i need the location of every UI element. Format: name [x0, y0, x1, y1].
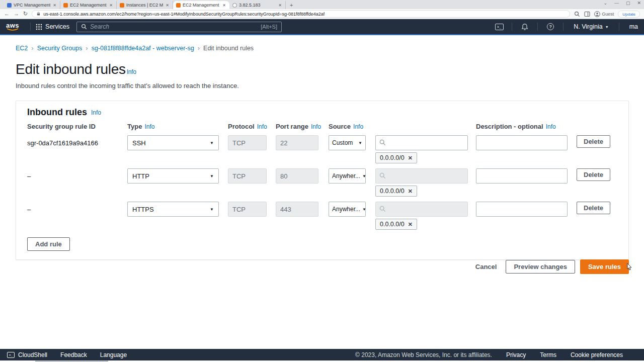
description-input[interactable] [476, 202, 568, 217]
aws-smile-icon [7, 28, 19, 31]
window-minimize-icon[interactable]: — [614, 1, 619, 6]
account-menu[interactable]: ma [624, 23, 638, 30]
card-info-link[interactable]: Info [91, 109, 101, 116]
browser-profile-button[interactable]: Guest [594, 11, 614, 17]
port-range-field [276, 135, 318, 150]
delete-rule-button[interactable]: Delete [577, 168, 610, 181]
tab-close-icon[interactable]: ✕ [278, 3, 282, 8]
preview-changes-button[interactable]: Preview changes [506, 260, 575, 274]
col-type: Type [127, 123, 142, 130]
services-menu-button[interactable]: Services [36, 23, 69, 30]
col-description-info-link[interactable]: Info [546, 123, 556, 130]
ec2-favicon-icon [120, 3, 124, 8]
search-icon [81, 24, 87, 30]
source-cidr-chip: 0.0.0.0/0 ✕ [375, 186, 417, 197]
type-select[interactable]: HTTPS▼ [127, 202, 219, 217]
avatar-icon [594, 11, 600, 17]
page-subtitle: Inbound rules control the incoming traff… [16, 82, 644, 89]
cloudshell-terminal-icon: >_ [7, 352, 15, 358]
type-select[interactable]: SSH▼ [127, 135, 219, 150]
col-source-info-link[interactable]: Info [353, 123, 363, 130]
remove-cidr-icon[interactable]: ✕ [408, 221, 413, 228]
tab-close-icon[interactable]: ✕ [52, 3, 57, 8]
footer-feedback-link[interactable]: Feedback [60, 351, 87, 358]
source-type-select[interactable]: Anywher...▼ [329, 202, 366, 217]
col-port-info-link[interactable]: Info [311, 123, 321, 130]
breadcrumb-security-groups[interactable]: Security Groups [37, 45, 83, 52]
col-protocol: Protocol [228, 123, 255, 130]
bell-icon [521, 23, 528, 31]
back-icon[interactable]: ← [4, 11, 10, 17]
description-input[interactable] [476, 168, 568, 184]
refresh-icon[interactable]: ↻ [23, 11, 28, 17]
col-type-info-link[interactable]: Info [144, 123, 154, 130]
col-source: Source [329, 123, 351, 130]
source-type-select[interactable]: Anywher...▼ [329, 168, 366, 184]
tab-ec2-console-active[interactable]: EC2 Management Console ✕ [173, 1, 229, 9]
col-protocol-info-link[interactable]: Info [257, 123, 267, 130]
breadcrumb-security-group-id[interactable]: sg-081f8f88ffde4a2af - webserver-sg [92, 45, 194, 52]
region-selector[interactable]: N. Virginia ▼ [569, 23, 613, 30]
tab-ec2-console-1[interactable]: EC2 Management Console ✕ [60, 1, 117, 9]
divider [537, 23, 538, 31]
question-icon: ? [547, 23, 554, 30]
breadcrumb-ec2[interactable]: EC2 [16, 45, 28, 52]
delete-rule-button[interactable]: Delete [577, 202, 610, 214]
new-tab-button[interactable]: + [286, 1, 297, 9]
forward-icon[interactable]: → [14, 11, 19, 17]
cloudshell-button[interactable]: >_ [492, 24, 507, 30]
title-info-link[interactable]: Info [127, 68, 136, 75]
remove-cidr-icon[interactable]: ✕ [408, 188, 413, 195]
search-icon [379, 206, 386, 212]
page-title-row: Edit inbound rules Info [16, 61, 644, 77]
tab-ip-address[interactable]: 3.82.5.183 ✕ [229, 1, 286, 9]
notifications-button[interactable] [517, 23, 532, 31]
footer-privacy-link[interactable]: Privacy [506, 351, 526, 358]
side-panel-icon[interactable] [584, 11, 590, 17]
col-description: Description - optional [476, 123, 543, 130]
footer-cloudshell-button[interactable]: >_ CloudShell [7, 351, 47, 358]
add-rule-button[interactable]: Add rule [27, 237, 70, 251]
type-select[interactable]: HTTP▼ [127, 168, 219, 184]
chevron-down-icon: ▼ [362, 174, 366, 178]
tab-instances[interactable]: Instances | EC2 Management C ✕ [117, 1, 173, 9]
chevron-down-icon: ▼ [358, 141, 362, 145]
inbound-rules-card: Inbound rules Info Security group rule I… [16, 101, 629, 260]
rule-id: sgr-0da7cf1619a9a4166 [27, 135, 127, 147]
port-range-field [276, 202, 318, 217]
tab-search-chevron-icon[interactable]: ⌄ [603, 1, 607, 6]
search-icon[interactable] [574, 11, 580, 17]
source-search-input [375, 202, 468, 217]
browser-update-button[interactable]: Update [618, 11, 640, 18]
source-type-select[interactable]: Custom▼ [329, 135, 366, 150]
col-port-range: Port range [276, 123, 308, 130]
footer-cookie-preferences-link[interactable]: Cookie preferences [571, 351, 623, 358]
tab-close-icon[interactable]: ✕ [165, 3, 170, 8]
description-input[interactable] [476, 135, 568, 150]
search-shortcut: [Alt+S] [261, 24, 277, 30]
save-rules-button[interactable]: Save rules [580, 259, 629, 274]
window-close-icon[interactable]: ✕ [637, 1, 641, 6]
source-search-input[interactable] [375, 135, 468, 150]
tab-close-icon[interactable]: ✕ [222, 3, 226, 8]
cancel-button[interactable]: Cancel [471, 260, 501, 274]
tab-vpc-console[interactable]: VPC Management Console ✕ [4, 1, 60, 9]
type-value: HTTP [132, 172, 149, 180]
help-button[interactable]: ? [543, 23, 558, 30]
remove-cidr-icon[interactable]: ✕ [408, 155, 413, 161]
address-bar[interactable]: us-east-1.console.aws.amazon.com/ec2/hom… [32, 10, 570, 18]
port-range-field [276, 168, 318, 184]
footer-terms-link[interactable]: Terms [540, 351, 556, 358]
mouse-cursor-icon [625, 263, 632, 271]
delete-rule-button[interactable]: Delete [577, 135, 610, 148]
tab-title: 3.82.5.183 [239, 3, 276, 8]
divider [619, 23, 619, 31]
console-search-input[interactable]: Search [Alt+S] [76, 22, 282, 32]
window-maximize-icon[interactable]: ▢ [626, 1, 630, 6]
footer-language-link[interactable]: Language [100, 351, 127, 358]
breadcrumb-current: Edit inbound rules [203, 45, 254, 52]
aws-logo[interactable]: aws [6, 23, 19, 31]
col-rule-id: Security group rule ID [27, 123, 96, 130]
cloudshell-terminal-icon: >_ [495, 24, 504, 30]
tab-close-icon[interactable]: ✕ [109, 3, 113, 8]
